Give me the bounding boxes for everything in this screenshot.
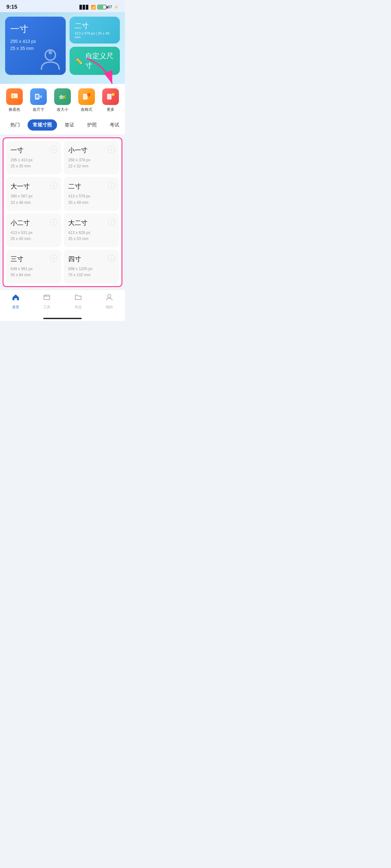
top-banner: 一寸 295 x 413 px 25 x 35 mm 二寸 413 x 579 … [0,12,125,84]
nav-mine[interactable]: 我的 [105,293,113,310]
status-icons: ▊▊▊ 📶 67 ⚡ [80,5,119,9]
charge-icon: ⚡ [114,5,119,9]
pink-section: 一寸 295 x 413 px25 x 35 mm › 小一寸 260 x 37… [3,137,122,287]
battery-percent: 67 [108,5,112,9]
tool-resize-label: 改尺寸 [33,107,44,112]
right-col: 二寸 413 x 579 px | 35 x 49 mm ✏️ 自定义尺寸 [69,17,120,75]
size-card-name-3: 二寸 [68,182,114,191]
size-card-name-2: 大一寸 [10,182,57,191]
tab-exam[interactable]: 考试 [105,119,124,131]
tool-scale[interactable]: 全 K 改大小 [54,88,71,112]
tab-hot[interactable]: 热门 [5,119,25,131]
size-card-0[interactable]: 一寸 295 x 413 px25 x 35 mm › [6,141,61,175]
tool-more-label: 更多 [107,107,114,112]
nav-tools[interactable]: 工具 [43,293,51,310]
size-card-4[interactable]: 小二寸 413 x 531 px35 x 45 mm › [6,214,61,247]
size-card-name-6: 三寸 [10,255,57,264]
tab-visa[interactable]: 签证 [60,119,80,131]
two-inch-dims: 413 x 579 px | 35 x 49 mm [75,31,115,39]
size-card-name-0: 一寸 [10,146,57,155]
size-card-arrow-0: › [50,146,57,153]
size-card-3[interactable]: 二寸 413 x 579 px35 x 49 mm › [64,177,119,211]
size-card-dims-1: 260 x 378 px22 x 32 mm [68,157,114,169]
format-icon: + [78,88,95,105]
size-card-dims-6: 649 x 991 px55 x 84 mm [10,266,57,278]
size-card-dims-0: 295 x 413 px25 x 35 mm [10,157,57,169]
person-icon [37,47,63,72]
home-indicator [0,316,125,321]
size-card-2[interactable]: 大一寸 390 x 567 px33 x 48 mm › [6,177,61,211]
category-tabs: 热门 常规寸照 签证 护照 考试 [0,116,125,135]
home-nav-icon [11,293,20,303]
status-bar: 9:15 ▊▊▊ 📶 67 ⚡ [0,0,125,12]
battery-icon [97,5,106,9]
svg-text:■: ■ [112,93,113,96]
size-card-6[interactable]: 三寸 649 x 991 px55 x 84 mm › [6,250,61,283]
bottom-nav: 首页 工具 作品 我的 [0,290,125,316]
size-card-name-4: 小二寸 [10,219,57,227]
tool-resize[interactable]: 改尺寸 [30,88,47,112]
tool-format[interactable]: + 改格式 [78,88,95,112]
size-card-dims-7: 898 x 1205 px76 x 102 mm [68,266,114,278]
svg-text:+: + [88,94,89,96]
tool-more[interactable]: ■ 更多 [102,88,119,112]
size-cards-row: 一寸 295 x 413 px 25 x 35 mm 二寸 413 x 579 … [5,17,120,75]
more-icon: ■ [102,88,119,105]
tools-nav-icon [43,293,51,303]
tool-format-label: 改格式 [81,107,92,112]
size-card-7[interactable]: 四寸 898 x 1205 px76 x 102 mm › [64,250,119,283]
svg-rect-14 [107,94,112,99]
scale-icon: 全 K [54,88,71,105]
tool-scale-label: 改大小 [57,107,68,112]
one-inch-title: 一寸 [10,23,61,35]
home-bar [43,318,82,319]
status-time: 9:15 [6,4,17,10]
size-card-name-5: 大二寸 [68,219,114,227]
svg-rect-4 [11,98,18,100]
size-card-5[interactable]: 大二寸 413 x 626 px35 x 53 mm › [64,214,119,247]
tools-row: 换底色 改尺寸 全 K 改大小 + 改格 [0,84,125,116]
tool-bg-color[interactable]: 换底色 [6,88,23,112]
one-inch-card[interactable]: 一寸 295 x 413 px 25 x 35 mm [5,17,66,75]
svg-rect-17 [44,295,50,300]
custom-label: 自定义尺寸 [85,51,115,70]
signal-icon: ▊▊▊ [80,5,89,9]
svg-point-5 [12,95,14,97]
svg-text:K: K [63,94,66,99]
nav-home[interactable]: 首页 [11,293,20,310]
svg-rect-11 [83,94,87,99]
size-card-dims-4: 413 x 531 px35 x 45 mm [10,230,57,242]
wifi-icon: 📶 [91,5,96,9]
size-card-arrow-7: › [108,255,115,262]
nav-tools-label: 工具 [43,305,50,310]
svg-rect-7 [36,95,38,98]
svg-point-18 [45,296,46,296]
nav-works-label: 作品 [75,305,82,310]
size-card-arrow-1: › [108,146,115,153]
size-card-arrow-4: › [50,219,57,226]
svg-point-19 [46,296,47,296]
nav-works[interactable]: 作品 [74,293,82,310]
size-card-dims-2: 390 x 567 px33 x 48 mm [10,193,57,206]
size-card-arrow-5: › [108,219,115,226]
svg-point-20 [108,294,111,298]
size-card-arrow-6: › [50,255,57,262]
size-card-1[interactable]: 小一寸 260 x 378 px22 x 32 mm › [64,141,119,175]
two-inch-card[interactable]: 二寸 413 x 579 px | 35 x 49 mm [69,17,120,43]
mine-nav-icon [105,293,113,303]
nav-mine-label: 我的 [106,305,113,310]
works-nav-icon [74,293,82,303]
svg-point-1 [48,51,52,54]
tab-standard[interactable]: 常规寸照 [28,119,57,131]
tab-passport[interactable]: 护照 [82,119,102,131]
size-card-dims-5: 413 x 626 px35 x 53 mm [68,230,114,242]
size-card-dims-3: 413 x 579 px35 x 49 mm [68,193,114,206]
nav-home-label: 首页 [12,305,19,310]
size-card-name-7: 四寸 [68,255,114,264]
size-card-name-1: 小一寸 [68,146,114,155]
size-grid: 一寸 295 x 413 px25 x 35 mm › 小一寸 260 x 37… [6,141,119,284]
custom-size-card[interactable]: ✏️ 自定义尺寸 [69,47,120,75]
bg-color-icon [6,88,23,105]
resize-icon [30,88,47,105]
edit-icon: ✏️ [75,57,83,65]
